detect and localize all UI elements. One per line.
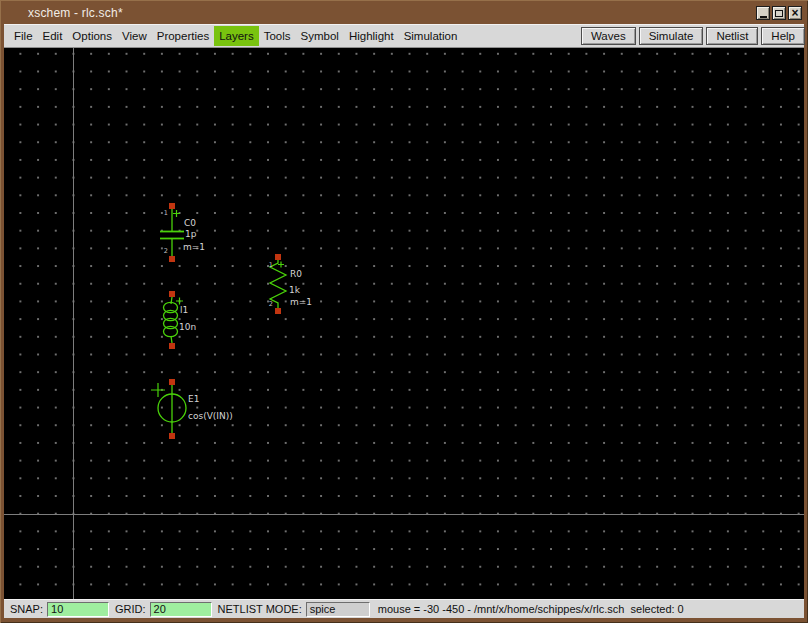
component-value: cos(V(IN)) [188, 411, 233, 421]
menu-view[interactable]: View [117, 26, 152, 46]
pin-square[interactable] [169, 379, 175, 385]
schematic-svg: 1 2 C0 1p m=1 l1 10n [4, 48, 804, 599]
component-name: C0 [184, 218, 196, 228]
pin-number: 2 [164, 247, 168, 255]
window-title: xschem - rlc.sch* [4, 6, 123, 20]
pin-number: 1 [164, 209, 168, 217]
menu-symbol[interactable]: Symbol [296, 26, 344, 46]
component-name: R0 [290, 269, 302, 279]
component-source-e1[interactable]: E1 cos(V(IN)) [151, 379, 233, 439]
maximize-icon [775, 10, 783, 17]
menu-tools[interactable]: Tools [259, 26, 296, 46]
schematic-canvas[interactable]: 1 2 C0 1p m=1 l1 10n [4, 48, 804, 599]
netlist-button[interactable]: Netlist [706, 27, 758, 45]
polarity-plus-icon [278, 262, 284, 268]
inductor-coil [164, 326, 178, 336]
component-attr: m=1 [183, 242, 205, 252]
menu-layers[interactable]: Layers [214, 26, 259, 46]
grid-label: GRID: [115, 603, 146, 615]
menu-properties[interactable]: Properties [152, 26, 214, 46]
pin-square[interactable] [275, 308, 281, 314]
minimize-button[interactable] [756, 6, 770, 20]
snap-label: SNAP: [10, 603, 43, 615]
pin-square[interactable] [169, 203, 175, 209]
component-name: l1 [180, 305, 188, 315]
component-value: 1k [289, 285, 301, 295]
menu-items: File Edit Options View Properties Layers… [4, 24, 462, 47]
pin-square[interactable] [169, 343, 175, 349]
component-attr: m=1 [290, 297, 312, 307]
netlist-mode-label: NETLIST MODE: [218, 603, 302, 615]
status-info: mouse = -30 -450 - /mnt/x/home/schippes/… [378, 603, 684, 615]
menu-options[interactable]: Options [67, 26, 117, 46]
simulate-button[interactable]: Simulate [639, 27, 704, 45]
pin-number: 2 [269, 300, 273, 308]
waves-button[interactable]: Waves [581, 27, 636, 45]
component-capacitor-c0[interactable]: 1 2 C0 1p m=1 [160, 203, 205, 262]
component-resistor-r0[interactable]: 1 2 R0 1k m=1 [269, 254, 312, 314]
pin-square[interactable] [169, 291, 175, 297]
grid-input[interactable]: 20 [150, 602, 212, 617]
xschem-window: xschem - rlc.sch* × File Edit Options Vi… [0, 0, 808, 623]
pin-square[interactable] [275, 254, 281, 260]
polarity-plus-icon [151, 383, 165, 397]
menu-action-buttons: Waves Simulate Netlist Help [578, 27, 804, 45]
close-icon: × [791, 8, 798, 18]
polarity-plus-icon [176, 298, 183, 305]
netlist-mode-input[interactable]: spice [306, 602, 370, 617]
maximize-button[interactable] [772, 6, 786, 20]
menu-edit[interactable]: Edit [38, 26, 68, 46]
menu-highlight[interactable]: Highlight [344, 26, 399, 46]
pin-square[interactable] [169, 256, 175, 262]
component-value: 10n [179, 322, 196, 332]
component-name: E1 [188, 394, 199, 404]
minimize-icon [760, 16, 767, 18]
pin-square[interactable] [169, 433, 175, 439]
title-bar[interactable]: xschem - rlc.sch* × [4, 2, 804, 24]
help-button[interactable]: Help [761, 27, 805, 45]
window-controls: × [756, 6, 804, 20]
menu-bar: File Edit Options View Properties Layers… [4, 24, 804, 48]
menu-file[interactable]: File [9, 26, 38, 46]
menu-simulation[interactable]: Simulation [399, 26, 463, 46]
component-inductor-l1[interactable]: l1 10n [164, 291, 197, 349]
polarity-plus-icon [173, 210, 180, 217]
component-value: 1p [185, 229, 197, 239]
status-bar: SNAP: 10 GRID: 20 NETLIST MODE: spice mo… [4, 599, 804, 618]
close-button[interactable]: × [788, 6, 802, 20]
snap-input[interactable]: 10 [47, 602, 109, 617]
pin-number: 1 [269, 261, 273, 269]
